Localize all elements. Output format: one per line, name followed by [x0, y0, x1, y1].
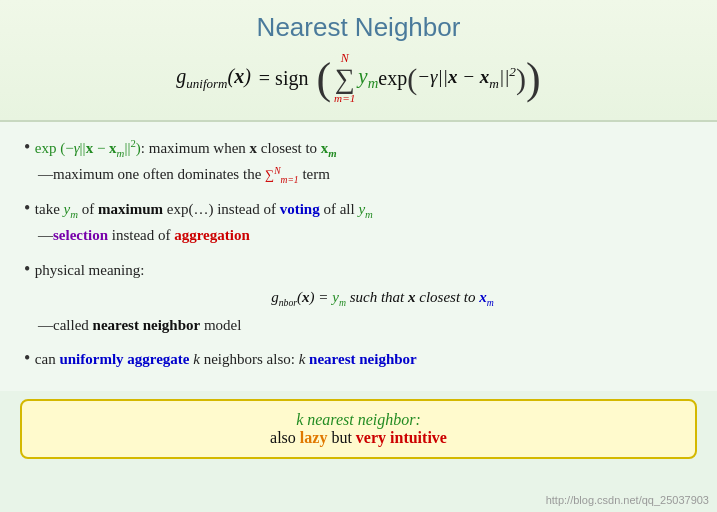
bullet3-sub2: —called nearest neighbor model — [24, 314, 697, 337]
bullet3-center-formula: gnbor(x) = ym such that x closest to xm — [54, 286, 697, 310]
bottom-line2: also lazy but very intuitive — [38, 429, 679, 447]
top-section: Nearest Neighbor guniform(x) = sign ( N … — [0, 0, 717, 122]
main-content: exp (−γ||x − xm||2): maximum when x clos… — [0, 122, 717, 391]
equals-sign: = sign — [259, 67, 309, 90]
summation-block: N ∑ m=1 — [334, 53, 355, 104]
intuitive-text: very intuitive — [356, 429, 447, 446]
bottom-box: k nearest neighbor: also lazy but very i… — [20, 399, 697, 459]
inner-paren-right: ) — [516, 62, 526, 96]
big-paren-right: ) — [526, 61, 541, 96]
bullet-item-4: can uniformly aggregate k neighbors also… — [24, 345, 697, 373]
bullet2-sub: —selection instead of aggregation — [24, 224, 697, 247]
bullet-item-3: physical meaning: gnbor(x) = ym such tha… — [24, 256, 697, 337]
bullet1-sub: —maximum one often dominates the ∑Nm=1 t… — [24, 163, 697, 187]
bullet-item-1: exp (−γ||x − xm||2): maximum when x clos… — [24, 134, 697, 187]
bullet4-main: can uniformly aggregate k neighbors also… — [35, 351, 417, 367]
big-paren-left: ( — [316, 61, 331, 96]
inner-paren-left: ( — [407, 62, 417, 96]
bullet1-main: exp (−γ||x − xm||2): maximum when x clos… — [35, 140, 337, 156]
exp-label: exp — [378, 67, 407, 90]
page-title: Nearest Neighbor — [20, 12, 697, 43]
bullet-item-2: take ym of maximum exp(…) instead of vot… — [24, 195, 697, 247]
watermark: http://blog.csdn.net/qq_25037903 — [546, 494, 709, 506]
bullet3-main: physical meaning: — [35, 262, 145, 278]
bullet2-main: take ym of maximum exp(…) instead of vot… — [35, 201, 373, 217]
bottom-line1: k nearest neighbor: — [38, 411, 679, 429]
lazy-text: lazy — [300, 429, 328, 446]
sigma-bottom-m: m=1 — [334, 93, 355, 104]
neg-gamma: −γ||x − xm||2 — [417, 64, 516, 92]
sigma-symbol: ∑ — [335, 65, 355, 93]
ym-exp: ym — [358, 64, 378, 92]
g-uniform-label: guniform(x) — [176, 65, 251, 92]
main-formula: guniform(x) = sign ( N ∑ m=1 ym exp ( −γ… — [20, 53, 697, 104]
bullet-list: exp (−γ||x − xm||2): maximum when x clos… — [24, 134, 697, 373]
page-wrapper: Nearest Neighbor guniform(x) = sign ( N … — [0, 0, 717, 512]
